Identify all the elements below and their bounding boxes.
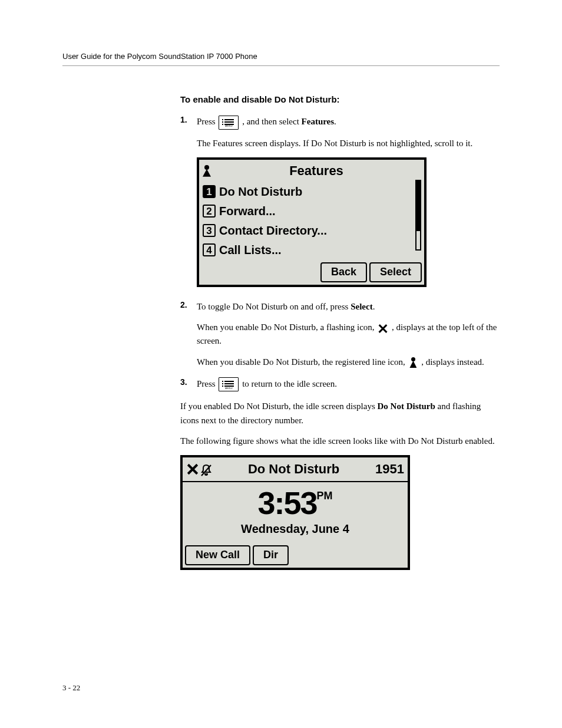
item-label: Do Not Disturb — [219, 183, 302, 201]
list-item: 1 Do Not Disturb — [203, 182, 422, 202]
text: , displays instead. — [421, 357, 484, 367]
step-number: 1. — [180, 115, 187, 124]
item-number-box: 4 — [203, 243, 216, 256]
item-label: Call Lists... — [219, 241, 282, 259]
text: . — [334, 117, 336, 126]
after-p2: The following figure shows what the idle… — [180, 434, 500, 448]
step-2: 2. To toggle Do Not Disturb on and off, … — [180, 300, 500, 369]
lcd-title: Features — [212, 161, 421, 181]
lcd-title-row: Features — [199, 160, 424, 182]
ampm: PM — [317, 490, 333, 502]
select-softkey: Select — [369, 262, 422, 282]
item-number-box: 1 — [203, 185, 216, 198]
dir-softkey: Dir — [253, 545, 289, 565]
step-3-line-1: Press MENU to return to the idle screen. — [197, 377, 500, 392]
running-header: User Guide for the Polycom SoundStation … — [62, 52, 500, 66]
clock-date: Wednesday, June 4 — [183, 520, 408, 538]
new-call-softkey: New Call — [185, 545, 250, 565]
step-number: 3. — [180, 377, 187, 387]
lcd-status-bar: Do Not Disturb 1951 — [183, 457, 408, 482]
step-2-line-2: When you enable Do Not Disturb, a flashi… — [197, 321, 500, 348]
steps-list: 1. Press MENU , and then select Features… — [180, 115, 500, 391]
step-1-line-2: The Features screen displays. If Do Not … — [197, 137, 500, 150]
item-label: Contact Directory... — [219, 222, 327, 240]
text: When you disable Do Not Disturb, the reg… — [197, 357, 407, 367]
extension-number: 1951 — [375, 459, 404, 479]
item-number-box: 3 — [203, 224, 216, 237]
step-3: 3. Press MENU to return to the idle scre… — [180, 377, 500, 392]
lcd-body: 3:53PM Wednesday, June 4 — [183, 482, 408, 544]
text: If you enabled Do Not Disturb, the idle … — [180, 401, 378, 411]
time-value: 3:53 — [257, 485, 316, 521]
x-icon — [378, 323, 388, 334]
person-icon — [408, 357, 418, 368]
softkey-row: New Call Dir — [183, 544, 408, 568]
softkey-row: Back Select — [199, 261, 424, 285]
step-2-line-3: When you disable Do Not Disturb, the reg… — [197, 355, 500, 369]
x-icon — [186, 463, 199, 476]
content-area: To enable and disable Do Not Disturb: 1.… — [180, 94, 500, 570]
text: Press — [197, 117, 217, 126]
list-item: 2 Forward... — [203, 202, 422, 221]
scrollbar-thumb — [416, 181, 420, 231]
text: Press — [197, 379, 217, 388]
menu-key-icon: MENU — [219, 116, 239, 130]
step-1-line-1: Press MENU , and then select Features. — [197, 115, 500, 130]
lcd-menu-list: 1 Do Not Disturb 2 Forward... 3 Contact … — [199, 182, 424, 261]
list-item: 4 Call Lists... — [203, 241, 422, 260]
person-icon — [201, 164, 212, 177]
after-p1: If you enabled Do Not Disturb, the idle … — [180, 400, 500, 427]
after-steps-block: If you enabled Do Not Disturb, the idle … — [180, 400, 500, 570]
item-label: Forward... — [219, 202, 276, 220]
back-softkey: Back — [320, 262, 367, 282]
step-1: 1. Press MENU , and then select Features… — [180, 115, 500, 287]
section-heading: To enable and disable Do Not Disturb: — [180, 94, 500, 104]
page-number: 3 - 22 — [62, 683, 80, 693]
item-number-box: 2 — [203, 205, 216, 218]
clock-time: 3:53PM — [183, 487, 408, 519]
text: When you enable Do Not Disturb, a flashi… — [197, 322, 376, 332]
dnd-idle-figure: Do Not Disturb 1951 3:53PM Wednesday, Ju… — [180, 455, 410, 570]
text: . — [373, 302, 375, 311]
step-2-line-1: To toggle Do Not Disturb on and off, pre… — [197, 300, 500, 314]
text: To toggle Do Not Disturb on and off, pre… — [197, 302, 351, 311]
text: , and then select — [242, 117, 301, 126]
step-number: 2. — [180, 300, 187, 309]
list-item: 3 Contact Directory... — [203, 221, 422, 241]
select-label: Select — [351, 302, 372, 311]
text: to return to the idle screen. — [242, 379, 337, 388]
bell-off-icon — [200, 463, 212, 476]
menu-key-icon: MENU — [219, 377, 239, 391]
dnd-label: Do Not Disturb — [378, 401, 435, 411]
features-screen-figure: Features 1 Do Not Disturb 2 Forward... 3 — [197, 157, 427, 287]
lcd-title: Do Not Disturb — [212, 459, 375, 479]
scrollbar — [415, 180, 421, 251]
features-label: Features — [302, 117, 335, 126]
